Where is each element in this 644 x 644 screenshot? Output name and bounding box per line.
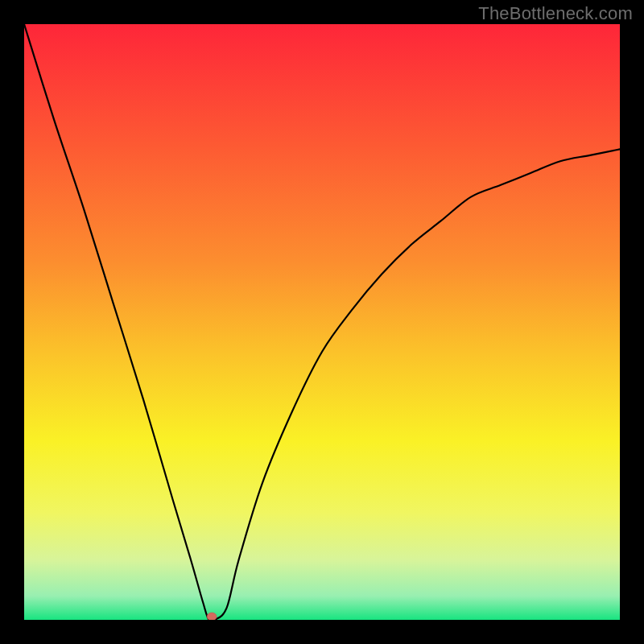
- plot-svg: [24, 24, 620, 620]
- chart-frame: TheBottleneck.com: [0, 0, 644, 644]
- gradient-background: [24, 24, 620, 620]
- watermark-text: TheBottleneck.com: [478, 3, 633, 24]
- minimum-marker-dot: [207, 613, 217, 620]
- plot-area: [24, 24, 620, 620]
